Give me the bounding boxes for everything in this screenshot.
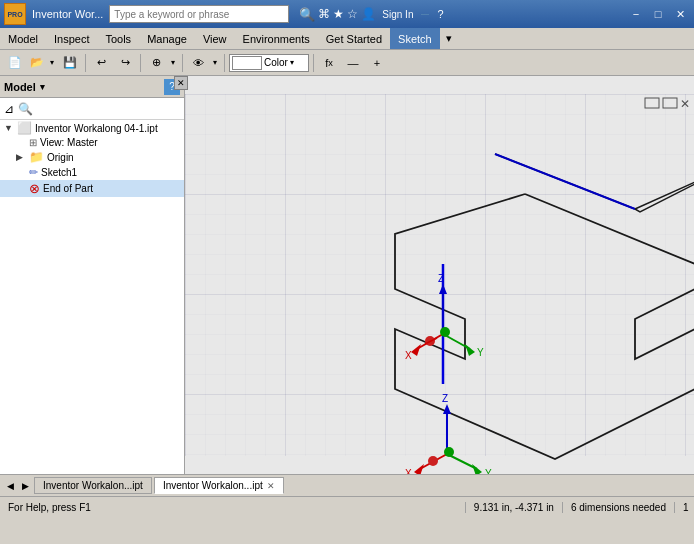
canvas-area[interactable]: Z Y X Z Y X <box>185 76 694 474</box>
user-icon[interactable]: 👤 <box>361 7 376 21</box>
dash-button[interactable]: — <box>342 53 364 73</box>
view-icon: ⊞ <box>29 137 37 148</box>
tabbar: ◀ ▶ Inventor Workalon...ipt Inventor Wor… <box>0 474 694 496</box>
sign-in-link[interactable]: Sign In <box>382 9 413 20</box>
folder-icon: 📁 <box>29 150 44 164</box>
svg-text:X: X <box>405 350 412 361</box>
sketch-icon: ✏ <box>29 166 38 179</box>
close-button[interactable]: ✕ <box>670 5 690 23</box>
window-controls: − □ ✕ <box>626 5 690 23</box>
open-dropdown[interactable]: ▾ <box>47 53 57 73</box>
svg-text:Y: Y <box>485 468 492 474</box>
expander-origin[interactable]: ▶ <box>16 152 26 162</box>
tab-inventor-2[interactable]: Inventor Workalon...ipt ✕ <box>154 477 284 494</box>
help-button[interactable]: ? <box>437 8 443 20</box>
tab-1-label: Inventor Workalon...ipt <box>43 480 143 491</box>
menu-items: Model Inspect Tools Manage View Environm… <box>0 28 456 49</box>
tab-inventor-1[interactable]: Inventor Workalon...ipt <box>34 477 152 494</box>
statusbar: For Help, press F1 9.131 in, -4.371 in 6… <box>0 496 694 518</box>
tree-item-origin[interactable]: ▶ 📁 Origin <box>0 149 184 165</box>
title-toolbar-icons: 🔍 ⌘ ★ ☆ 👤 <box>299 7 376 22</box>
find-icon[interactable]: 🔍 <box>299 7 315 22</box>
view-dropdown[interactable]: ▾ <box>210 53 220 73</box>
color-label: Color <box>264 57 288 68</box>
menu-dropdown-button[interactable]: ▾ <box>442 29 456 49</box>
star-icon[interactable]: ★ <box>333 7 344 21</box>
sidebar-header: Model ▾ ? <box>0 76 184 98</box>
tab-nav-right[interactable]: ▶ <box>19 481 32 491</box>
tree-item-sketch[interactable]: ✏ Sketch1 <box>0 165 184 180</box>
count-badge: 1 <box>674 502 694 513</box>
origin-label: Origin <box>47 152 74 163</box>
svg-point-27 <box>428 456 438 466</box>
toolbar1: 📄 📂 ▾ 💾 ↩ ↪ ⊕ ▾ 👁 ▾ Color ▾ fx — + <box>0 50 694 76</box>
filter-icon[interactable]: ⊿ <box>4 102 14 116</box>
star-outline-icon[interactable]: ☆ <box>347 7 358 21</box>
search-box[interactable] <box>109 5 289 23</box>
part-label: Inventor Workalong 04-1.ipt <box>35 123 158 134</box>
titlebar: PRO Inventor Wor... 🔍 ⌘ ★ ☆ 👤 Sign In ? … <box>0 0 694 28</box>
coordinates: 9.131 in, -4.371 in <box>465 502 562 513</box>
help-text: For Help, press F1 <box>0 502 465 513</box>
end-of-part-label: End of Part <box>43 183 93 194</box>
minimize-button[interactable]: − <box>626 5 646 23</box>
svg-text:✕: ✕ <box>680 97 690 111</box>
tree-item-view[interactable]: ⊞ View: Master <box>0 136 184 149</box>
menu-model[interactable]: Model <box>0 28 46 49</box>
formula-button[interactable]: fx <box>318 53 340 73</box>
command-icon[interactable]: ⌘ <box>318 7 330 21</box>
dimensions-status: 6 dimensions needed <box>562 502 674 513</box>
tab-2-label: Inventor Workalon...ipt <box>163 480 263 491</box>
menu-view[interactable]: View <box>195 28 235 49</box>
sketch-label: Sketch1 <box>41 167 77 178</box>
restore-button[interactable]: □ <box>648 5 668 23</box>
nav-button[interactable]: ⊕ <box>145 53 167 73</box>
svg-point-14 <box>440 327 450 337</box>
search-input[interactable] <box>114 9 284 20</box>
error-icon: ⊗ <box>29 181 40 196</box>
open-button[interactable]: 📂 <box>28 53 46 73</box>
menu-inspect[interactable]: Inspect <box>46 28 97 49</box>
color-dropdown-icon[interactable]: ▾ <box>290 58 294 67</box>
svg-text:Z: Z <box>442 393 448 404</box>
svg-text:Z: Z <box>438 273 444 284</box>
menu-tools[interactable]: Tools <box>97 28 139 49</box>
tab-nav-left[interactable]: ◀ <box>4 481 17 491</box>
undo-button[interactable]: ↩ <box>90 53 112 73</box>
color-combo[interactable]: Color ▾ <box>229 54 309 72</box>
color-swatch <box>232 56 262 70</box>
app-icon: PRO <box>4 3 26 25</box>
app-title: Inventor Wor... <box>32 8 103 20</box>
sidebar-title: Model ▾ <box>4 81 45 93</box>
menu-sketch[interactable]: Sketch <box>390 28 440 49</box>
tab-close-button[interactable]: ✕ <box>267 481 275 491</box>
sidebar-toolbar: ⊿ 🔍 <box>0 98 184 120</box>
model-title-text: Model <box>4 81 36 93</box>
search-icon[interactable]: 🔍 <box>18 102 33 116</box>
part-icon: ⬜ <box>17 121 32 135</box>
model-dropdown-icon[interactable]: ▾ <box>40 82 45 92</box>
menu-environments[interactable]: Environments <box>235 28 318 49</box>
main-area: ✕ Model ▾ ? ⊿ 🔍 ▼ ⬜ Inventor Workalong 0… <box>0 76 694 474</box>
save-button[interactable]: 💾 <box>59 53 81 73</box>
plus-button[interactable]: + <box>366 53 388 73</box>
svg-marker-24 <box>414 464 424 474</box>
sidebar-close-button[interactable]: ✕ <box>174 76 188 90</box>
menubar: Model Inspect Tools Manage View Environm… <box>0 28 694 50</box>
new-button[interactable]: 📄 <box>4 53 26 73</box>
menu-get-started[interactable]: Get Started <box>318 28 390 49</box>
menu-manage[interactable]: Manage <box>139 28 195 49</box>
svg-marker-21 <box>472 464 482 474</box>
nav-dropdown[interactable]: ▾ <box>168 53 178 73</box>
tree-item-end-of-part[interactable]: ⊗ End of Part <box>0 180 184 197</box>
view-button[interactable]: 👁 <box>187 53 209 73</box>
redo-button[interactable]: ↪ <box>114 53 136 73</box>
view-label: View: Master <box>40 137 98 148</box>
svg-point-26 <box>444 447 454 457</box>
tree-item-part[interactable]: ▼ ⬜ Inventor Workalong 04-1.ipt <box>0 120 184 136</box>
canvas-svg: Z Y X Z Y X <box>185 76 694 474</box>
model-tree: ▼ ⬜ Inventor Workalong 04-1.ipt ⊞ View: … <box>0 120 184 197</box>
expander-part[interactable]: ▼ <box>4 123 14 133</box>
svg-text:X: X <box>405 468 412 474</box>
sidebar: Model ▾ ? ⊿ 🔍 ▼ ⬜ Inventor Workalong 04-… <box>0 76 185 474</box>
